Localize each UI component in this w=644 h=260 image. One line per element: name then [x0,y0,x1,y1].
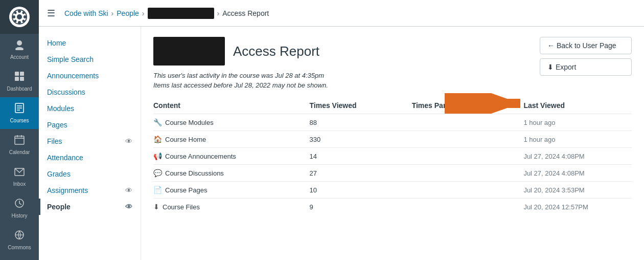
courses-icon [14,102,25,116]
cell-last-viewed: Jul 27, 2024 4:08PM [523,165,632,182]
breadcrumb-sep-1: › [111,9,114,17]
svg-rect-13 [20,72,24,76]
logo-icon [9,7,30,27]
action-buttons: ← Back to User Page ⬇ Export [540,37,632,76]
breadcrumb-user-redacted [148,8,214,19]
row-icon: 📄 [153,186,162,194]
assignments-eye-icon: 👁 [125,186,132,194]
nav-logo [0,0,39,34]
table-row: 📢Course Announcements 14 Jul 27, 2024 4:… [153,148,632,165]
col-header-last-viewed: Last Viewed [523,97,632,114]
sidebar-assignments-label: Assignments [47,186,88,194]
cell-last-viewed: 1 hour ago [523,131,632,148]
access-report-table: Content Times Viewed Times Participated … [153,97,632,215]
svg-point-10 [17,40,22,46]
user-avatar-redacted [153,37,225,66]
svg-point-2 [18,10,21,13]
sidebar-item-people[interactable]: People 👁 [39,199,141,215]
breadcrumb-sep-2: › [142,9,145,17]
col-header-content: Content [153,97,289,114]
cell-times-viewed: 27 [289,165,402,182]
sidebar-item-grades[interactable]: Grades [39,166,141,182]
hamburger-menu[interactable]: ☰ [47,8,55,19]
table-row: ⬇Course Files 9 Jul 20, 2024 12:57PM [153,199,632,215]
cell-content: 🔧Course Modules [153,114,289,131]
nav-item-inbox[interactable]: Inbox [0,161,39,192]
nav-item-history[interactable]: History [0,192,39,224]
nav-item-calendar[interactable]: Calendar [0,129,39,161]
svg-rect-14 [15,77,19,81]
subtitle-items-note: Items last accessed before Jul 28, 2022 … [153,81,632,89]
cell-times-participated [402,114,524,131]
top-bar: ☰ Code with Ski › People › › Access Repo… [39,0,644,27]
cell-times-viewed: 330 [289,131,402,148]
people-eye-icon: 👁 [125,203,132,211]
sidebar-item-discussions[interactable]: Discussions [39,84,141,100]
svg-point-6 [14,12,17,14]
cell-content: 🏠Course Home [153,131,289,148]
nav-item-account[interactable]: Account [0,34,39,66]
sidebar-item-modules[interactable]: Modules [39,100,141,117]
svg-point-5 [24,15,27,18]
sidebar-simplesearch-label: Simple Search [47,55,94,63]
svg-point-11 [15,47,24,50]
sidebar-modules-label: Modules [47,104,74,113]
svg-point-8 [14,20,17,23]
svg-point-3 [18,21,21,24]
sidebar-files-label: Files [47,137,62,145]
export-button[interactable]: ⬇ Export [540,58,632,76]
cell-last-viewed: Jul 20, 2024 12:57PM [523,199,632,215]
account-icon [14,39,25,52]
main-container: ☰ Code with Ski › People › › Access Repo… [39,0,644,260]
svg-rect-20 [15,136,24,144]
col-header-times-participated: Times Participated [402,97,524,114]
sidebar-item-attendance[interactable]: Attendance [39,149,141,166]
sidebar-discussions-label: Discussions [47,88,85,96]
nav-item-courses[interactable]: Courses [0,97,39,129]
sidebar-grades-label: Grades [47,170,71,178]
breadcrumb: Code with Ski › People › › Access Report [64,8,269,19]
breadcrumb-codewithski[interactable]: Code with Ski [64,9,108,17]
nav-item-dashboard[interactable]: Dashboard [0,66,39,97]
svg-rect-15 [20,77,24,81]
cell-times-viewed: 10 [289,182,402,199]
row-icon: 🔧 [153,118,162,126]
breadcrumb-sep-3: › [217,9,220,17]
inbox-label: Inbox [13,181,26,187]
breadcrumb-people[interactable]: People [117,9,139,17]
sidebar-item-files[interactable]: Files 👁 [39,133,141,149]
back-to-user-page-button[interactable]: ← Back to User Page [540,37,632,54]
calendar-label: Calendar [9,149,30,156]
table-row: 📄Course Pages 10 Jul 20, 2024 3:53PM [153,182,632,199]
svg-point-9 [22,20,25,23]
cell-last-viewed: Jul 27, 2024 4:08PM [523,148,632,165]
history-label: History [11,213,27,219]
cell-content: 📢Course Announcements [153,148,289,165]
cell-last-viewed: Jul 20, 2024 3:53PM [523,182,632,199]
row-icon: 📢 [153,152,162,160]
files-eye-icon: 👁 [125,137,132,145]
cell-times-viewed: 9 [289,199,402,215]
sidebar-item-simplesearch[interactable]: Simple Search [39,51,141,68]
cell-last-viewed: 1 hour ago [523,114,632,131]
account-label: Account [10,54,29,60]
row-icon: ⬇ [153,203,159,211]
table-row: 💬Course Discussions 27 Jul 27, 2024 4:08… [153,165,632,182]
dashboard-label: Dashboard [7,86,32,92]
sidebar: Home Simple Search Announcements Discuss… [39,27,141,260]
sidebar-attendance-label: Attendance [47,154,83,162]
cell-times-participated [402,131,524,148]
commons-icon [14,229,25,243]
cell-content: ⬇Course Files [153,199,289,215]
courses-label: Courses [10,118,29,124]
sidebar-announcements-label: Announcements [47,72,99,80]
sidebar-item-home[interactable]: Home [39,35,141,51]
sidebar-item-pages[interactable]: Pages [39,117,141,133]
left-navigation: Account Dashboard Courses [0,0,39,260]
nav-item-commons[interactable]: Commons [0,224,39,256]
svg-point-4 [12,15,15,18]
sidebar-item-assignments[interactable]: Assignments 👁 [39,182,141,199]
svg-point-7 [22,12,25,14]
sidebar-item-announcements[interactable]: Announcements [39,68,141,84]
svg-point-1 [17,14,22,19]
